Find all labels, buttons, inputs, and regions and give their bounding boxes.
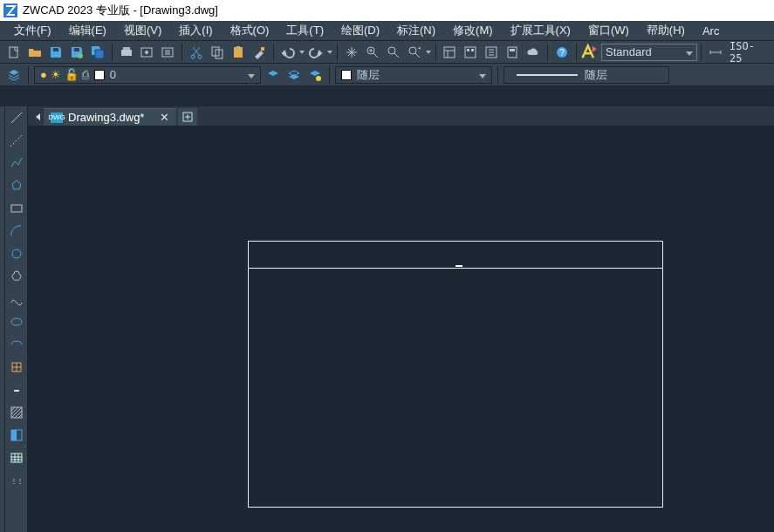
- color-combo[interactable]: 随层: [335, 66, 492, 84]
- plot-on-icon: ⎙: [82, 68, 89, 81]
- redo-dropdown[interactable]: [326, 43, 333, 62]
- linetype-combo[interactable]: 随层: [503, 66, 669, 84]
- menu-arc[interactable]: Arc: [694, 23, 729, 39]
- design-center-icon[interactable]: [461, 43, 480, 62]
- menu-annotate[interactable]: 标注(N): [388, 21, 444, 40]
- dim-style-icon[interactable]: [706, 43, 725, 62]
- svg-rect-1: [10, 47, 17, 58]
- plot-icon[interactable]: [117, 43, 136, 62]
- menu-file[interactable]: 文件(F): [5, 21, 60, 40]
- save-icon[interactable]: [46, 43, 65, 62]
- undo-icon[interactable]: [278, 43, 298, 62]
- calc-icon[interactable]: [503, 43, 522, 62]
- match-props-icon[interactable]: [250, 43, 269, 62]
- new-tab-button[interactable]: [178, 108, 197, 126]
- menu-bar: 文件(F) 编辑(E) 视图(V) 插入(I) 格式(O) 工具(T) 绘图(D…: [0, 21, 774, 40]
- zoom-previous-icon[interactable]: [405, 43, 424, 62]
- gradient-icon[interactable]: [7, 426, 26, 445]
- menu-view[interactable]: 视图(V): [115, 21, 170, 40]
- dwg-file-icon: DWG: [51, 113, 63, 123]
- workspace: ••• ⋮⋮ DWG Drawing3.dwg* ✕: [0, 106, 774, 532]
- drawing-rectangle: [248, 241, 663, 508]
- text-style-selector[interactable]: Standard: [580, 43, 697, 62]
- chevron-down-icon: [243, 68, 255, 81]
- save-as-icon[interactable]: [67, 43, 86, 62]
- plot-preview-icon[interactable]: [138, 43, 157, 62]
- point-icon[interactable]: •••: [7, 380, 26, 399]
- current-layer-name: 0: [110, 68, 116, 81]
- undo-dropdown[interactable]: [298, 43, 305, 62]
- tab-list-chevron-icon[interactable]: [31, 108, 44, 126]
- bulb-on-icon: ●: [40, 68, 47, 81]
- help-icon[interactable]: ?: [552, 43, 572, 62]
- svg-rect-23: [471, 49, 474, 51]
- layer-prev-icon[interactable]: [264, 65, 283, 85]
- tab-close-icon[interactable]: ✕: [160, 111, 169, 124]
- layer-manager-icon[interactable]: [4, 65, 24, 85]
- polyline-icon[interactable]: [7, 153, 26, 173]
- save-all-icon[interactable]: [88, 43, 107, 62]
- cut-icon[interactable]: [187, 43, 206, 62]
- cloud-icon[interactable]: [524, 43, 543, 62]
- circle-icon[interactable]: [7, 244, 26, 263]
- lock-open-icon: 🔓: [65, 68, 79, 81]
- revcloud-icon[interactable]: [7, 267, 26, 286]
- linetype-value: 随层: [585, 67, 607, 83]
- zoom-dropdown[interactable]: [425, 43, 432, 62]
- separator: [329, 66, 330, 84]
- document-tab-active[interactable]: DWG Drawing3.dwg* ✕: [44, 108, 176, 126]
- layer-iso-icon[interactable]: [305, 65, 325, 85]
- svg-point-29: [316, 76, 321, 81]
- hatch-icon[interactable]: [7, 403, 26, 422]
- polygon-icon[interactable]: [7, 176, 26, 195]
- drawing-canvas[interactable]: [28, 126, 774, 532]
- svg-rect-3: [74, 48, 79, 51]
- svg-point-4: [78, 53, 83, 58]
- chevron-down-icon: [474, 68, 486, 81]
- menu-draw[interactable]: 绘图(D): [332, 21, 388, 40]
- line-icon[interactable]: [7, 108, 26, 127]
- redo-icon[interactable]: [306, 43, 325, 62]
- menu-edit[interactable]: 编辑(E): [60, 21, 115, 40]
- svg-rect-25: [508, 47, 517, 58]
- properties-icon[interactable]: [441, 43, 460, 62]
- menu-ext[interactable]: 扩展工具(X): [502, 21, 579, 40]
- menu-format[interactable]: 格式(O): [222, 21, 278, 40]
- app-logo-icon: [3, 3, 17, 17]
- menu-insert[interactable]: 插入(I): [170, 21, 221, 40]
- color-swatch: [341, 70, 352, 80]
- current-layer-combo[interactable]: ● ☀ 🔓 ⎙ 0: [34, 66, 261, 84]
- menu-modify[interactable]: 修改(M): [444, 21, 502, 40]
- menu-help[interactable]: 帮助(H): [638, 21, 694, 40]
- draw-toolbar: ••• ⋮⋮: [5, 106, 28, 532]
- rectangle-icon[interactable]: [7, 199, 26, 218]
- ellipse-arc-icon[interactable]: [7, 335, 26, 354]
- open-icon[interactable]: [25, 43, 45, 62]
- zoom-window-icon[interactable]: [384, 43, 403, 62]
- svg-rect-2: [53, 48, 58, 51]
- document-tabstrip: DWG Drawing3.dwg* ✕: [28, 106, 774, 126]
- pan-icon[interactable]: [342, 43, 361, 62]
- publish-icon[interactable]: [158, 43, 177, 62]
- block-insert-icon[interactable]: [7, 358, 26, 377]
- document-area: DWG Drawing3.dwg* ✕: [28, 106, 774, 532]
- new-icon[interactable]: [4, 43, 24, 62]
- paste-icon[interactable]: [229, 43, 248, 62]
- table-icon[interactable]: [7, 448, 26, 467]
- tool-palette-icon[interactable]: [482, 43, 501, 62]
- svg-rect-6: [123, 47, 130, 50]
- arc-icon[interactable]: [7, 222, 26, 241]
- menu-tools[interactable]: 工具(T): [277, 21, 332, 40]
- layer-states-icon[interactable]: [284, 65, 304, 85]
- more-tools-icon[interactable]: ⋮⋮: [7, 471, 26, 490]
- zoom-realtime-icon[interactable]: [363, 43, 382, 62]
- xline-icon[interactable]: [7, 131, 26, 150]
- separator: [497, 66, 498, 84]
- menu-window[interactable]: 窗口(W): [579, 21, 638, 40]
- copy-icon[interactable]: [208, 43, 227, 62]
- document-tab-label: Drawing3.dwg*: [68, 111, 144, 124]
- text-style-field[interactable]: Standard: [601, 44, 697, 61]
- spline-icon[interactable]: [7, 290, 26, 309]
- svg-point-19: [409, 47, 416, 54]
- ellipse-icon[interactable]: [7, 312, 26, 331]
